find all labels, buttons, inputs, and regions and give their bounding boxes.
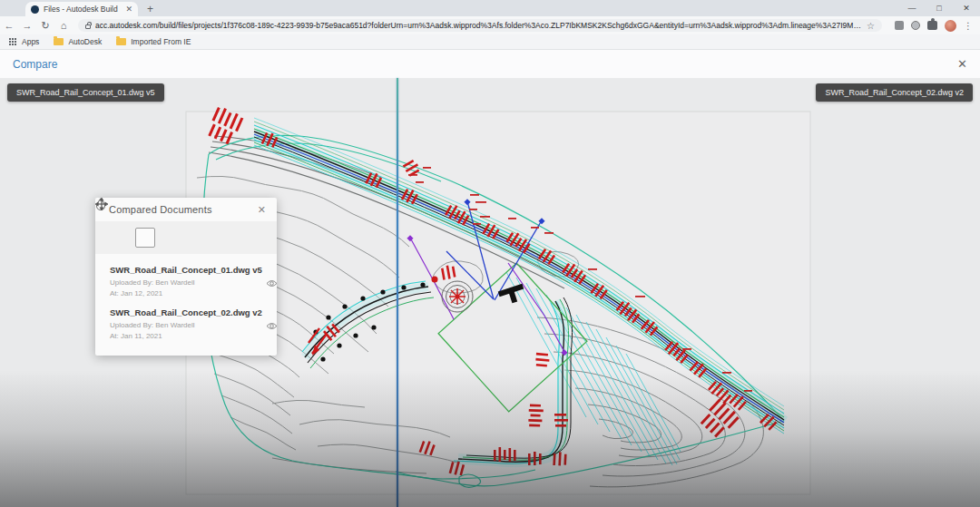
document-uploaded-at: At: Jan 12, 2021: [110, 288, 266, 299]
droplet-overlay-tool-button[interactable]: [108, 228, 128, 248]
bookmarks-bar: Apps AutoDesk Imported From IE: [0, 34, 980, 50]
forward-icon[interactable]: →: [18, 20, 36, 31]
compare-canvas[interactable]: SWR_Road_Rail_Concept_01.dwg v5 SWR_Road…: [0, 78, 980, 507]
move-slider-tool-button[interactable]: [135, 228, 155, 248]
compared-documents-panel: Compared Documents ✕: [95, 198, 277, 356]
autodesk-favicon-icon: [31, 5, 39, 14]
right-version-chip[interactable]: SWR_Road_Rail_Concept_02.dwg v2: [816, 83, 973, 102]
address-bar[interactable]: acc.autodesk.com/build/files/projects/1f…: [78, 19, 882, 32]
panel-close-icon[interactable]: ✕: [258, 204, 266, 216]
panel-title: Compared Documents: [109, 204, 212, 215]
browser-tab-bar: Files - Autodesk Build ✕ + — □ ✕: [0, 0, 980, 16]
document-uploaded-by: Uploaded By: Ben Wardell: [110, 278, 266, 288]
bookmark-folder-imported[interactable]: Imported From IE: [116, 37, 191, 46]
document-uploaded-by: Uploaded By: Ben Wardell: [110, 320, 266, 331]
browser-window: Files - Autodesk Build ✕ + — □ ✕ ← → ↻ ⌂…: [0, 0, 980, 507]
url-text[interactable]: acc.autodesk.com/build/files/projects/1f…: [95, 21, 862, 30]
apps-grid-icon: [9, 38, 17, 46]
compare-close-icon[interactable]: ✕: [957, 57, 967, 71]
compare-slider-handle[interactable]: [397, 78, 398, 507]
maximize-button[interactable]: □: [926, 0, 953, 16]
document-name: SWR_Road_Rail_Concept_02.dwg v2: [110, 307, 266, 317]
document-list-item[interactable]: SWR_Road_Rail_Concept_02.dwg v2 Uploaded…: [95, 304, 277, 346]
window-controls: — □ ✕: [898, 0, 980, 16]
document-name: SWR_Road_Rail_Concept_01.dwg v5: [110, 265, 266, 275]
new-tab-button[interactable]: +: [147, 3, 153, 15]
refresh-icon[interactable]: ↻: [36, 20, 54, 32]
extension-square-icon[interactable]: [895, 21, 904, 30]
extension-area: ⋮: [887, 20, 980, 32]
compare-header: Compare ✕: [0, 50, 980, 78]
compare-title: Compare: [13, 58, 57, 71]
tab-close-icon[interactable]: ✕: [125, 5, 132, 14]
tab-title: Files - Autodesk Build: [44, 5, 121, 14]
document-uploaded-at: At: Jan 11, 2021: [110, 331, 266, 342]
bookmark-star-icon[interactable]: ☆: [867, 21, 875, 31]
minimize-button[interactable]: —: [898, 0, 926, 16]
document-list-item[interactable]: SWR_Road_Rail_Concept_01.dwg v5 Uploaded…: [95, 261, 277, 304]
browser-tab[interactable]: Files - Autodesk Build ✕: [25, 2, 138, 16]
move-arrows-icon: [95, 198, 108, 210]
profile-avatar[interactable]: [945, 20, 956, 32]
back-icon[interactable]: ←: [0, 20, 18, 31]
folder-icon: [54, 38, 64, 45]
document-list: SWR_Road_Rail_Concept_01.dwg v5 Uploaded…: [95, 254, 277, 356]
home-icon[interactable]: ⌂: [54, 20, 73, 31]
bookmark-apps[interactable]: Apps: [9, 37, 39, 46]
panel-header: Compared Documents ✕: [95, 198, 277, 221]
browser-toolbar: ← → ↻ ⌂ acc.autodesk.com/build/files/pro…: [0, 16, 980, 34]
bookmark-folder-autodesk[interactable]: AutoDesk: [54, 37, 102, 46]
lock-icon: [85, 24, 91, 29]
folder-icon: [116, 38, 126, 45]
panel-toolbar: [95, 221, 277, 254]
left-version-chip[interactable]: SWR_Road_Rail_Concept_01.dwg v5: [7, 83, 164, 102]
extension-circle-icon[interactable]: [911, 21, 920, 30]
browser-menu-icon[interactable]: ⋮: [964, 21, 973, 31]
extensions-puzzle-icon[interactable]: [927, 21, 937, 30]
window-close-button[interactable]: ✕: [953, 0, 980, 16]
